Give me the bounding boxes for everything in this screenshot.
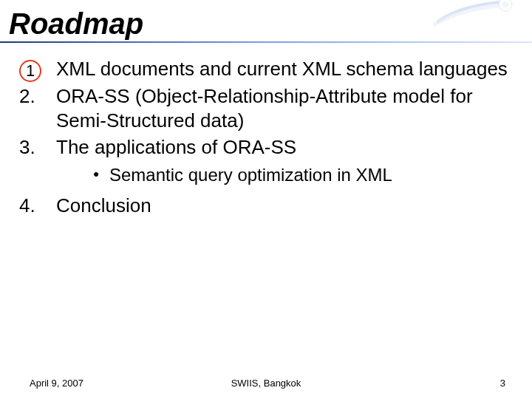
item-text: XML documents and current XML schema lan… [56,57,517,81]
slide-footer: April 9, 2007 SWIIS, Bangkok 3 [0,378,532,389]
item-text: The applications of ORA-SS [56,135,517,160]
footer-page-number: 3 [500,378,505,389]
list-item: 2. ORA-SS (Object-Relationship-Attribute… [18,84,517,132]
content-area: 1 XML documents and current XML schema l… [0,41,532,217]
item-text: Conclusion [56,194,517,218]
footer-date: April 9, 2007 [30,378,83,389]
sub-list-item: • Semantic query optimization in XML [83,164,517,186]
svg-point-1 [502,1,508,7]
item-number: 2. [18,84,56,109]
title-underline [0,41,532,43]
sub-item-text: Semantic query optimization in XML [109,164,392,186]
item-number: 4. [18,194,56,218]
list-item: 1 XML documents and current XML schema l… [18,57,517,81]
item-number: 3. [18,135,56,160]
item-number-circled: 1 [18,57,56,81]
item-number: 1 [26,63,35,79]
list-item: 4. Conclusion [18,194,517,218]
item-text: ORA-SS (Object-Relationship-Attribute mo… [56,84,517,132]
bullet-icon: • [83,164,109,185]
title-area: Roadmap [0,0,532,41]
slide-title: Roadmap [9,7,532,41]
outline-list: 1 XML documents and current XML schema l… [18,57,517,217]
list-item: 3. The applications of ORA-SS [18,135,517,160]
sub-list: • Semantic query optimization in XML [83,164,517,186]
highlight-circle-icon: 1 [19,60,41,82]
